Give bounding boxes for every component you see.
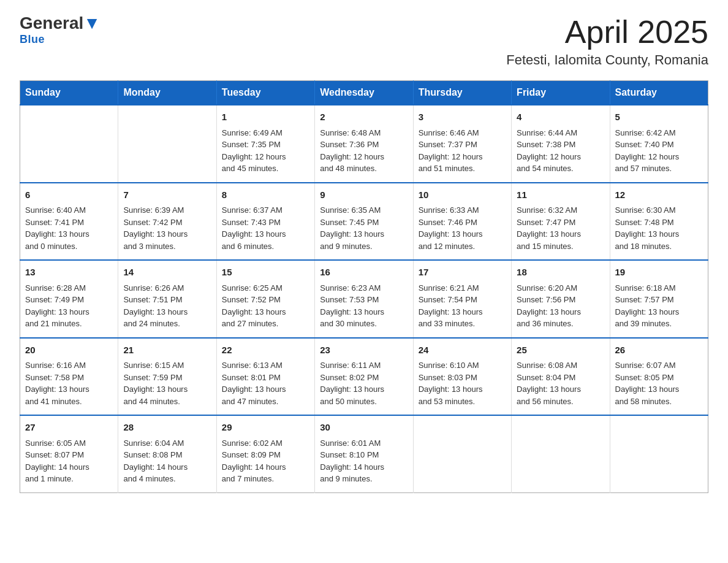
calendar-day-cell: 3Sunrise: 6:46 AMSunset: 7:37 PMDaylight… (413, 105, 511, 183)
day-info: Sunrise: 6:08 AMSunset: 8:04 PMDaylight:… (517, 359, 604, 407)
day-info: Sunrise: 6:23 AMSunset: 7:53 PMDaylight:… (320, 282, 408, 330)
day-number: 27 (25, 421, 113, 435)
calendar-subtitle: Fetesti, Ialomita County, Romania (506, 52, 708, 68)
calendar-day-cell: 27Sunrise: 6:05 AMSunset: 8:07 PMDayligh… (20, 415, 118, 492)
day-number: 17 (419, 266, 506, 280)
calendar-day-cell: 26Sunrise: 6:07 AMSunset: 8:05 PMDayligh… (610, 338, 708, 416)
day-info: Sunrise: 6:20 AMSunset: 7:56 PMDaylight:… (517, 282, 604, 330)
day-info: Sunrise: 6:37 AMSunset: 7:43 PMDaylight:… (222, 204, 309, 252)
day-info: Sunrise: 6:39 AMSunset: 7:42 PMDaylight:… (123, 204, 211, 252)
calendar-day-cell: 14Sunrise: 6:26 AMSunset: 7:51 PMDayligh… (118, 260, 216, 338)
calendar-day-cell: 28Sunrise: 6:04 AMSunset: 8:08 PMDayligh… (118, 415, 216, 492)
day-info: Sunrise: 6:40 AMSunset: 7:41 PMDaylight:… (25, 204, 113, 252)
calendar-day-cell (413, 415, 511, 492)
title-block: April 2025 Fetesti, Ialomita County, Rom… (506, 15, 708, 68)
day-info: Sunrise: 6:42 AMSunset: 7:40 PMDaylight:… (615, 127, 703, 175)
day-info: Sunrise: 6:13 AMSunset: 8:01 PMDaylight:… (222, 359, 309, 407)
day-info: Sunrise: 6:35 AMSunset: 7:45 PMDaylight:… (320, 204, 408, 252)
day-info: Sunrise: 6:11 AMSunset: 8:02 PMDaylight:… (320, 359, 408, 407)
calendar-day-cell (610, 415, 708, 492)
day-info: Sunrise: 6:28 AMSunset: 7:49 PMDaylight:… (25, 282, 113, 330)
calendar-day-cell: 9Sunrise: 6:35 AMSunset: 7:45 PMDaylight… (315, 183, 413, 261)
day-info: Sunrise: 6:46 AMSunset: 7:37 PMDaylight:… (419, 127, 506, 175)
day-number: 21 (123, 343, 211, 358)
calendar-day-cell: 6Sunrise: 6:40 AMSunset: 7:41 PMDaylight… (20, 183, 118, 261)
calendar-day-cell: 20Sunrise: 6:16 AMSunset: 7:58 PMDayligh… (20, 338, 118, 416)
day-info: Sunrise: 6:48 AMSunset: 7:36 PMDaylight:… (320, 127, 408, 175)
day-number: 12 (615, 188, 703, 202)
calendar-day-cell: 12Sunrise: 6:30 AMSunset: 7:48 PMDayligh… (610, 183, 708, 261)
column-header-wednesday: Wednesday (315, 81, 413, 105)
calendar-week-row: 6Sunrise: 6:40 AMSunset: 7:41 PMDaylight… (20, 183, 708, 261)
calendar-day-cell: 10Sunrise: 6:33 AMSunset: 7:46 PMDayligh… (413, 183, 511, 261)
calendar-day-cell: 19Sunrise: 6:18 AMSunset: 7:57 PMDayligh… (610, 260, 708, 338)
calendar-day-cell: 1Sunrise: 6:49 AMSunset: 7:35 PMDaylight… (216, 105, 314, 183)
calendar-day-cell: 30Sunrise: 6:01 AMSunset: 8:10 PMDayligh… (315, 415, 413, 492)
day-number: 25 (517, 343, 604, 358)
calendar-day-cell: 13Sunrise: 6:28 AMSunset: 7:49 PMDayligh… (20, 260, 118, 338)
day-number: 2 (320, 110, 408, 124)
calendar-day-cell: 24Sunrise: 6:10 AMSunset: 8:03 PMDayligh… (413, 338, 511, 416)
day-number: 20 (25, 343, 113, 358)
calendar-day-cell (512, 415, 610, 492)
day-number: 23 (320, 343, 408, 358)
day-number: 9 (320, 188, 408, 202)
day-number: 8 (222, 188, 309, 202)
day-info: Sunrise: 6:10 AMSunset: 8:03 PMDaylight:… (419, 359, 506, 407)
calendar-day-cell: 18Sunrise: 6:20 AMSunset: 7:56 PMDayligh… (512, 260, 610, 338)
page-header: General▼ Blue April 2025 Fetesti, Ialomi… (20, 15, 708, 68)
day-info: Sunrise: 6:32 AMSunset: 7:47 PMDaylight:… (517, 204, 604, 252)
calendar-day-cell: 15Sunrise: 6:25 AMSunset: 7:52 PMDayligh… (216, 260, 314, 338)
calendar-day-cell: 2Sunrise: 6:48 AMSunset: 7:36 PMDaylight… (315, 105, 413, 183)
day-number: 15 (222, 266, 309, 280)
day-info: Sunrise: 6:04 AMSunset: 8:08 PMDaylight:… (123, 437, 211, 485)
day-info: Sunrise: 6:18 AMSunset: 7:57 PMDaylight:… (615, 282, 703, 330)
column-header-friday: Friday (512, 81, 610, 105)
day-number: 26 (615, 343, 703, 358)
column-header-saturday: Saturday (610, 81, 708, 105)
column-header-thursday: Thursday (413, 81, 511, 105)
calendar-week-row: 1Sunrise: 6:49 AMSunset: 7:35 PMDaylight… (20, 105, 708, 183)
day-number: 13 (25, 266, 113, 280)
column-header-sunday: Sunday (20, 81, 118, 105)
day-info: Sunrise: 6:16 AMSunset: 7:58 PMDaylight:… (25, 359, 113, 407)
day-info: Sunrise: 6:33 AMSunset: 7:46 PMDaylight:… (419, 204, 506, 252)
day-number: 28 (123, 421, 211, 435)
calendar-day-cell (118, 105, 216, 183)
day-info: Sunrise: 6:15 AMSunset: 7:59 PMDaylight:… (123, 359, 211, 407)
day-number: 10 (419, 188, 506, 202)
day-info: Sunrise: 6:44 AMSunset: 7:38 PMDaylight:… (517, 127, 604, 175)
calendar-day-cell (20, 105, 118, 183)
day-info: Sunrise: 6:30 AMSunset: 7:48 PMDaylight:… (615, 204, 703, 252)
calendar-title: April 2025 (506, 15, 708, 50)
day-number: 16 (320, 266, 408, 280)
day-info: Sunrise: 6:21 AMSunset: 7:54 PMDaylight:… (419, 282, 506, 330)
calendar-day-cell: 5Sunrise: 6:42 AMSunset: 7:40 PMDaylight… (610, 105, 708, 183)
day-number: 1 (222, 110, 309, 124)
calendar-header-row: SundayMondayTuesdayWednesdayThursdayFrid… (20, 81, 708, 105)
logo-general: General (20, 13, 83, 33)
day-number: 30 (320, 421, 408, 435)
day-number: 4 (517, 110, 604, 124)
column-header-tuesday: Tuesday (216, 81, 314, 105)
day-number: 18 (517, 266, 604, 280)
day-number: 11 (517, 188, 604, 202)
day-number: 22 (222, 343, 309, 358)
calendar-day-cell: 11Sunrise: 6:32 AMSunset: 7:47 PMDayligh… (512, 183, 610, 261)
day-info: Sunrise: 6:07 AMSunset: 8:05 PMDaylight:… (615, 359, 703, 407)
calendar-week-row: 13Sunrise: 6:28 AMSunset: 7:49 PMDayligh… (20, 260, 708, 338)
calendar-day-cell: 23Sunrise: 6:11 AMSunset: 8:02 PMDayligh… (315, 338, 413, 416)
day-number: 29 (222, 421, 309, 435)
calendar-day-cell: 17Sunrise: 6:21 AMSunset: 7:54 PMDayligh… (413, 260, 511, 338)
logo-blue: Blue (20, 33, 45, 46)
day-number: 14 (123, 266, 211, 280)
day-number: 19 (615, 266, 703, 280)
calendar-week-row: 27Sunrise: 6:05 AMSunset: 8:07 PMDayligh… (20, 415, 708, 492)
logo: General▼ Blue (20, 15, 100, 46)
day-info: Sunrise: 6:05 AMSunset: 8:07 PMDaylight:… (25, 437, 113, 485)
day-info: Sunrise: 6:25 AMSunset: 7:52 PMDaylight:… (222, 282, 309, 330)
day-number: 24 (419, 343, 506, 358)
calendar-day-cell: 29Sunrise: 6:02 AMSunset: 8:09 PMDayligh… (216, 415, 314, 492)
logo-triangle-icon: ▼ (83, 13, 100, 33)
calendar-day-cell: 25Sunrise: 6:08 AMSunset: 8:04 PMDayligh… (512, 338, 610, 416)
